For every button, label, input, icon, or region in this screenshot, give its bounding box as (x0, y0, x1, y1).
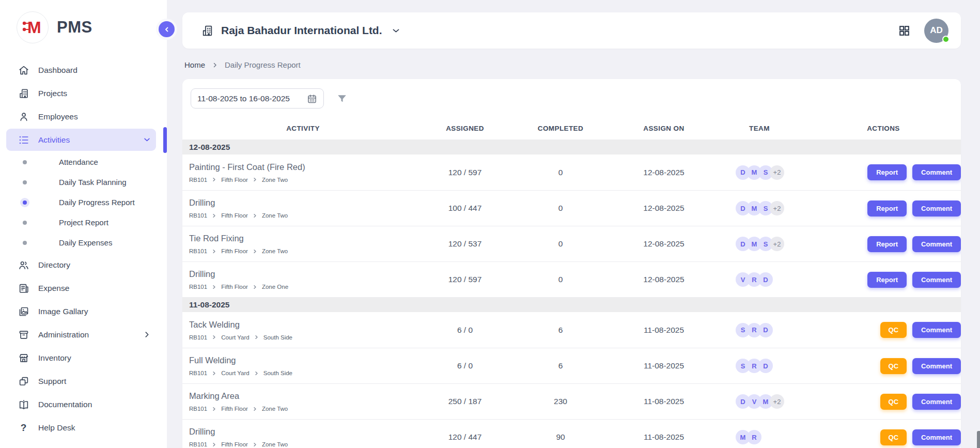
sidebar-collapse-button[interactable] (159, 21, 175, 37)
activity-title: Drilling (189, 269, 424, 279)
company-name: Raja Bahadur International Ltd. (221, 24, 382, 37)
chevron-right-icon (212, 335, 216, 339)
chevron-right-icon (212, 371, 216, 376)
report-button[interactable]: Report (867, 200, 907, 217)
completed-value: 6 (506, 326, 615, 335)
location-crumb: RB101 (189, 441, 207, 447)
sidebar-subitem-label: Attendance (32, 158, 98, 166)
column-header-team: TEAM (713, 125, 806, 132)
filter-button[interactable] (336, 93, 348, 104)
chevron-right-icon (253, 442, 257, 447)
apps-grid-button[interactable] (898, 24, 911, 37)
sidebar-item-dashboard[interactable]: Dashboard (6, 59, 156, 81)
chevron-right-icon (212, 177, 216, 182)
assigned-value: 250 / 187 (424, 397, 506, 406)
sidebar-item-inventory[interactable]: Inventory (6, 347, 156, 369)
people-icon (18, 259, 29, 271)
sidebar-subitem-attendance[interactable]: Attendance (0, 152, 167, 172)
qc-button[interactable]: QC (880, 429, 907, 445)
qc-button[interactable]: QC (880, 322, 907, 338)
column-header-assign-on: ASSIGN ON (615, 125, 713, 132)
breadcrumb-home-link[interactable]: Home (184, 60, 205, 69)
sidebar-item-help-desk[interactable]: ?Help Desk (6, 416, 156, 439)
sidebar-item-projects[interactable]: Projects (6, 82, 156, 104)
assign-on-value: 11-08-2025 (615, 326, 713, 335)
chevron-right-icon (254, 335, 259, 339)
comment-button[interactable]: Comment (912, 272, 961, 288)
assigned-value: 120 / 447 (424, 432, 506, 442)
comment-button[interactable]: Comment (912, 322, 961, 338)
qc-button[interactable]: QC (880, 358, 907, 374)
team-extra-count: +2 (770, 394, 784, 409)
report-button[interactable]: Report (867, 272, 907, 288)
team-cell: SRD (713, 323, 806, 337)
comment-button[interactable]: Comment (912, 358, 961, 374)
funnel-icon (336, 93, 348, 104)
team-avatar: D (758, 359, 773, 373)
sidebar-item-activities[interactable]: Activities (6, 129, 156, 151)
team-extra-count: +2 (770, 201, 784, 215)
book-icon (18, 398, 29, 410)
location-crumb: RB101 (189, 177, 207, 183)
scrollbar-thumb[interactable] (977, 431, 980, 448)
qc-button[interactable]: QC (880, 394, 907, 410)
sidebar-item-label: Employees (38, 112, 78, 121)
assign-on-value: 12-08-2025 (615, 239, 713, 249)
assigned-value: 100 / 447 (424, 204, 506, 213)
location-crumb: South Side (263, 334, 292, 341)
sidebar-subitem-daily-task-planning[interactable]: Daily Task Planning (0, 172, 167, 192)
completed-value: 0 (506, 168, 615, 177)
sidebar-item-image-gallary[interactable]: Image Gallary (6, 300, 156, 322)
sidebar-item-label: Help Desk (38, 423, 75, 432)
app-name: PMS (57, 18, 92, 37)
report-button[interactable]: Report (867, 236, 907, 252)
location-crumb: Zone Two (262, 177, 288, 183)
comment-button[interactable]: Comment (912, 200, 961, 217)
assign-on-value: 11-08-2025 (615, 432, 713, 442)
sidebar-item-directory[interactable]: Directory (6, 254, 156, 276)
sidebar-subitem-daily-expenses[interactable]: Daily Expenses (0, 233, 167, 253)
sidebar-item-employees[interactable]: Employees (6, 105, 156, 128)
building-icon (18, 87, 29, 99)
team-cell: MR (713, 430, 806, 444)
chevron-right-icon (212, 249, 216, 254)
location-crumb: Zone Two (262, 441, 288, 447)
sidebar-subitem-label: Daily Progress Report (32, 198, 135, 207)
sidebar-item-label: Support (38, 377, 66, 386)
sidebar-item-support[interactable]: Support (6, 370, 156, 392)
sidebar-subitem-project-report[interactable]: Project Report (0, 212, 167, 233)
location-crumb: Court Yard (221, 334, 250, 341)
comment-button[interactable]: Comment (912, 394, 961, 410)
actions-cell: ReportComment (806, 200, 961, 217)
sidebar-item-label: Activities (38, 135, 70, 145)
sidebar-subitem-daily-progress-report[interactable]: Daily Progress Report (0, 192, 167, 212)
chevron-right-icon (212, 213, 216, 218)
company-selector[interactable]: Raja Bahadur International Ltd. (201, 24, 400, 37)
assigned-value: 120 / 597 (424, 275, 506, 284)
sidebar-item-label: Inventory (38, 353, 71, 363)
table-header: ACTIVITYASSIGNEDCOMPLETEDASSIGN ONTEAMAC… (182, 117, 961, 140)
column-header-completed: COMPLETED (506, 125, 615, 132)
comment-button[interactable]: Comment (912, 164, 961, 180)
sidebar-item-expense[interactable]: Expense (6, 277, 156, 299)
chevron-right-icon (254, 371, 259, 376)
location-crumb: Court Yard (221, 370, 250, 376)
activity-title: Drilling (189, 198, 424, 208)
bullet-dot-icon (23, 221, 27, 225)
comment-button[interactable]: Comment (912, 429, 961, 445)
chevron-down-icon (143, 136, 151, 144)
location-crumb: Zone One (262, 284, 288, 290)
actions-cell: ReportComment (806, 236, 961, 252)
chevron-right-icon (212, 407, 216, 411)
user-avatar[interactable]: AD (924, 19, 948, 43)
sidebar-item-documentation[interactable]: Documentation (6, 393, 156, 415)
assign-on-value: 12-08-2025 (615, 204, 713, 213)
team-cell: SRD (713, 359, 806, 373)
date-range-input[interactable]: 11-08-2025 to 16-08-2025 (191, 88, 324, 109)
sidebar-item-label: Administration (38, 330, 89, 339)
comment-button[interactable]: Comment (912, 236, 961, 252)
report-button[interactable]: Report (867, 164, 907, 180)
column-header-assigned: ASSIGNED (424, 125, 506, 132)
sidebar-item-administration[interactable]: Administration (6, 323, 156, 346)
assign-on-value: 11-08-2025 (615, 397, 713, 406)
